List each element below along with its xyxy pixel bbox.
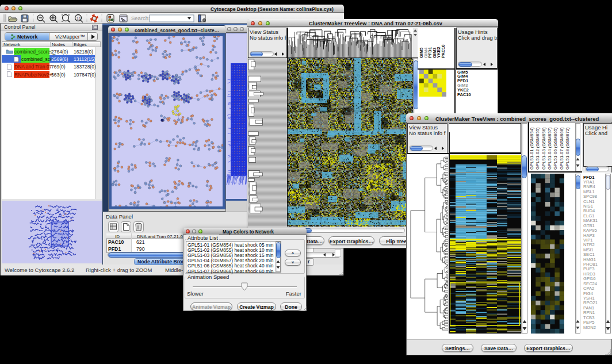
svg-text:1:1: 1:1 (76, 17, 81, 20)
svg-text:Search:: Search: (131, 15, 150, 21)
